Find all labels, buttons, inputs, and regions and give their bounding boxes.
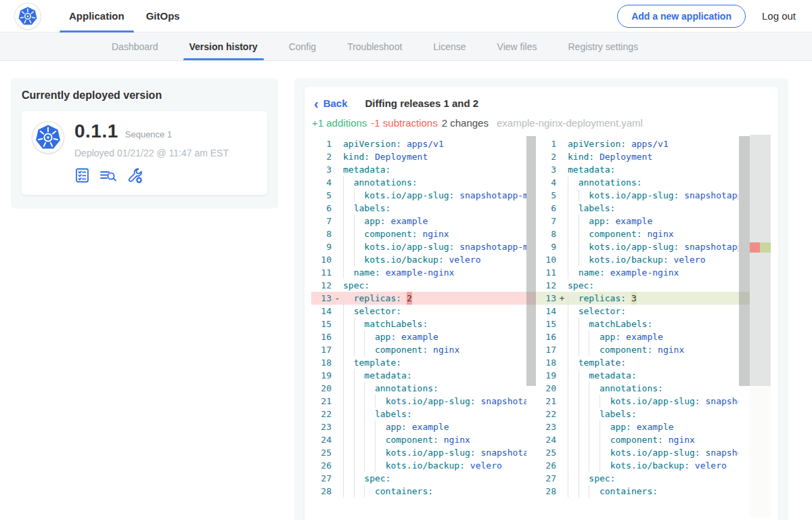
line-number: 16 <box>536 330 556 343</box>
code-text: kots.io/backup: velero <box>568 253 738 266</box>
diff-line-25: 25kots.io/app-slug: snapshotap <box>536 446 771 459</box>
diff-marker <box>332 382 343 395</box>
diff-marker <box>556 176 568 189</box>
diff-line-12: 12spec: <box>536 279 771 292</box>
code-text: apiVersion: apps/v1 <box>568 137 738 150</box>
overview-ruler[interactable] <box>750 135 771 517</box>
code-text: kots.io/backup: velero <box>343 459 526 472</box>
add-application-button[interactable]: Add a new application <box>617 5 746 28</box>
diff-line-9: 9kots.io/app-slug: snapshotapp-mu <box>536 240 771 253</box>
diff-marker <box>556 382 568 395</box>
subnav: DashboardVersion historyConfigTroublesho… <box>0 32 812 61</box>
line-number: 10 <box>536 253 556 266</box>
diff-marker <box>556 408 568 420</box>
code-text: matchLabels: <box>568 318 738 330</box>
changes-count: 2 changes <box>442 117 489 129</box>
code-text: spec: <box>343 279 526 292</box>
code-text: metadata: <box>343 163 526 176</box>
line-number: 3 <box>536 163 556 176</box>
diff-line-1: 1apiVersion: apps/v1 <box>311 137 536 150</box>
line-number: 8 <box>311 228 332 240</box>
code-text: app: example <box>568 330 738 343</box>
checklist-icon[interactable] <box>74 167 91 183</box>
code-text: app: example <box>568 420 738 433</box>
line-number: 25 <box>311 446 332 459</box>
code-text: apiVersion: apps/v1 <box>343 137 526 150</box>
line-number: 14 <box>536 305 556 318</box>
diff-line-2: 2kind: Deployment <box>536 150 771 163</box>
additions-count: +1 additions <box>312 117 367 129</box>
code-text: kind: Deployment <box>568 150 738 163</box>
diff-marker <box>332 433 343 446</box>
code-text: labels: <box>343 202 526 215</box>
diff-marker <box>332 279 343 292</box>
line-number: 1 <box>536 137 556 150</box>
diff-pane-left: 1apiVersion: apps/v12kind: Deployment3me… <box>311 135 536 517</box>
subnav-item-troubleshoot[interactable]: Troubleshoot <box>332 32 418 60</box>
subnav-item-config[interactable]: Config <box>273 32 332 60</box>
code-text: labels: <box>568 408 738 420</box>
diff-line-10: 10kots.io/backup: velero <box>311 253 536 266</box>
code-text: kind: Deployment <box>343 150 526 163</box>
header-tabs: Application GitOps <box>58 0 191 32</box>
code-text: selector: <box>568 305 738 318</box>
diff-marker <box>332 163 343 176</box>
back-button[interactable]: ‹ Back <box>314 98 348 109</box>
view-logs-icon[interactable] <box>99 167 117 183</box>
app-version-logo <box>32 122 64 153</box>
chevron-left-icon: ‹ <box>314 99 319 108</box>
diff-marker: + <box>556 292 568 305</box>
tab-gitops[interactable]: GitOps <box>135 0 191 32</box>
code-text: component: nginx <box>568 228 738 240</box>
diff-container: ‹ Back Diffing releases 1 and 2 +1 addit… <box>294 78 788 520</box>
diff-line-23: 23app: example <box>311 420 536 433</box>
app-logo[interactable] <box>15 3 41 29</box>
diff-line-20: 20annotations: <box>311 382 536 395</box>
line-number: 4 <box>311 176 332 189</box>
diff-line-14: 14selector: <box>311 305 536 318</box>
subnav-item-license[interactable]: License <box>418 32 481 60</box>
diff-line-24: 24component: nginx <box>311 433 536 446</box>
diff-marker: - <box>332 292 343 305</box>
deployed-version-details: 0.1.1 Sequence 1 Deployed 01/21/22 @ 11:… <box>74 121 229 184</box>
subnav-item-view-files[interactable]: View files <box>482 32 553 60</box>
code-text: metadata: <box>568 163 738 176</box>
diff-line-3: 3metadata: <box>311 163 536 176</box>
diff-filename: example-nginx-deployment.yaml <box>497 117 643 129</box>
diff-marker <box>556 253 568 266</box>
diff-line-9: 9kots.io/app-slug: snapshotapp-mu <box>311 240 536 253</box>
diff-marker <box>332 202 343 215</box>
subnav-item-version-history[interactable]: Version history <box>174 32 273 60</box>
line-number: 13 <box>311 292 332 305</box>
line-number: 27 <box>311 472 332 485</box>
line-number: 14 <box>311 305 332 318</box>
diff-marker <box>556 240 568 253</box>
left-pane-scrollbar[interactable] <box>526 136 536 386</box>
diff-marker <box>332 408 343 420</box>
line-number: 22 <box>536 408 556 420</box>
diff-marker <box>556 137 568 150</box>
tab-application[interactable]: Application <box>58 0 135 32</box>
line-number: 17 <box>536 343 556 356</box>
diff-marker <box>332 228 343 240</box>
version-number: 0.1.1 <box>74 121 118 142</box>
right-pane-scrollbar[interactable] <box>739 136 750 386</box>
code-text: annotations: <box>343 176 526 189</box>
code-text: replicas: 3 <box>568 292 738 305</box>
subnav-item-dashboard[interactable]: Dashboard <box>96 32 174 60</box>
diff-header: ‹ Back Diffing releases 1 and 2 <box>304 98 778 109</box>
line-number: 27 <box>536 472 556 485</box>
diff-line-8: 8component: nginx <box>536 228 771 240</box>
line-number: 18 <box>311 356 332 369</box>
diff-line-13: 13-replicas: 2 <box>311 292 536 305</box>
troubleshoot-icon[interactable] <box>126 167 143 184</box>
subnav-item-registry-settings[interactable]: Registry settings <box>552 32 653 60</box>
code-text: kots.io/app-slug: snapshotap <box>568 446 738 459</box>
line-number: 19 <box>311 369 332 382</box>
diff-marker <box>556 420 568 433</box>
diff-line-7: 7app: example <box>311 215 536 228</box>
code-text: spec: <box>568 279 738 292</box>
diff-marker <box>332 253 343 266</box>
logout-link[interactable]: Log out <box>762 10 796 22</box>
line-number: 28 <box>536 485 556 498</box>
